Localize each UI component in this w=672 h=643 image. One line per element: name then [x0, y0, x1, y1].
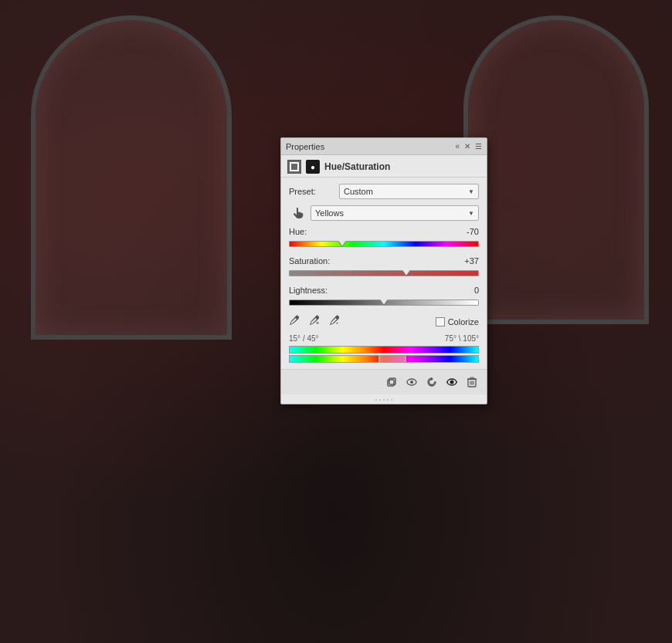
hue-label-row: Hue: -70 [289, 227, 479, 236]
lightness-track [289, 300, 479, 306]
arch-window-right [463, 15, 649, 324]
eyedropper-add-icon[interactable]: + [309, 315, 320, 328]
layer-icon-inner [290, 162, 299, 171]
preset-label: Preset: [289, 187, 339, 196]
arch-window-left [31, 15, 232, 340]
lightness-slider-container[interactable] [289, 296, 479, 309]
panel-header: ● Hue/Saturation [281, 155, 487, 178]
reset-button[interactable] [423, 374, 440, 391]
delete-button[interactable] [463, 374, 480, 391]
title-bar-right: « ✕ ☰ [455, 143, 482, 151]
range-label-right: 75° \ 105° [445, 334, 479, 343]
collapse-button[interactable]: « [455, 143, 460, 151]
toggle-visibility-button[interactable] [403, 374, 420, 391]
top-spectrum-bar [289, 346, 479, 354]
preset-dropdown[interactable]: Custom ▼ [339, 184, 479, 199]
menu-icon[interactable]: ☰ [475, 143, 482, 151]
saturation-slider-row: Saturation: +37 [289, 256, 479, 279]
eyedropper-subtract-icon[interactable]: - [329, 315, 340, 328]
lightness-value: 0 [456, 286, 479, 295]
adjustment-title: Hue/Saturation [324, 161, 390, 172]
colorize-checkbox[interactable] [436, 317, 445, 327]
range-indicator [378, 356, 407, 362]
hue-label: Hue: [289, 227, 307, 236]
svg-point-5 [410, 381, 413, 384]
colorize-label: Colorize [448, 317, 479, 327]
lightness-slider-row: Lightness: 0 [289, 286, 479, 309]
preset-dropdown-arrow: ▼ [468, 188, 474, 195]
svg-point-8 [450, 381, 454, 384]
lightness-label-row: Lightness: 0 [289, 286, 479, 295]
eyedropper-sample-icon[interactable] [289, 315, 300, 328]
clip-to-layer-button[interactable] [383, 374, 400, 391]
lightness-label: Lightness: [289, 286, 328, 295]
saturation-thumb [402, 270, 410, 276]
preview-button[interactable] [443, 374, 460, 391]
preset-value: Custom [344, 187, 373, 196]
channel-dropdown[interactable]: Yellows ▼ [311, 205, 479, 221]
range-labels: 15° / 45° 75° \ 105° [289, 334, 479, 343]
bottom-spectrum-bar-container [289, 355, 479, 363]
hue-slider-container[interactable] [289, 238, 479, 250]
lightness-thumb [380, 300, 388, 305]
svg-rect-13 [470, 377, 473, 379]
svg-rect-2 [388, 380, 394, 386]
properties-panel: Properties « ✕ ☰ ● Hue/Saturation Preset… [280, 137, 487, 404]
channel-row: Yellows ▼ [289, 204, 479, 222]
panel-title-bar: Properties « ✕ ☰ [281, 138, 487, 155]
eye-symbol: ● [311, 163, 315, 171]
panel-resize-handle[interactable]: • • • • • [281, 394, 487, 404]
bottom-spectrum-bar [289, 355, 479, 363]
saturation-label-row: Saturation: +37 [289, 256, 479, 266]
saturation-track [289, 270, 479, 276]
panel-toolbar [281, 369, 487, 394]
saturation-slider-container[interactable] [289, 267, 479, 279]
panel-title: Properties [286, 142, 324, 151]
hue-range-area [289, 346, 479, 363]
close-button[interactable]: ✕ [464, 143, 470, 151]
hue-slider-row: Hue: -70 [289, 227, 479, 250]
channel-dropdown-arrow: ▼ [468, 210, 474, 217]
hue-track [289, 241, 479, 247]
range-label-left: 15° / 45° [289, 334, 319, 343]
hue-value: -70 [456, 227, 479, 236]
saturation-label: Saturation: [289, 256, 330, 266]
eye-icon-button[interactable]: ● [306, 160, 320, 174]
adjustment-layer-icon [287, 160, 301, 174]
panel-body: Preset: Custom ▼ Yellows ▼ Hue: -70 [281, 178, 487, 369]
preset-row: Preset: Custom ▼ [289, 184, 479, 199]
svg-text:-: - [336, 319, 338, 326]
top-spectrum-bar-container [289, 346, 479, 354]
colorize-container: Colorize [436, 317, 479, 327]
channel-value: Yellows [315, 208, 344, 218]
title-bar-left: Properties [286, 142, 324, 151]
colorize-row: + - Colorize [289, 315, 479, 328]
svg-text:+: + [316, 320, 319, 326]
svg-rect-3 [389, 378, 395, 384]
hue-thumb [338, 241, 346, 246]
resize-dots: • • • • • [375, 396, 393, 403]
saturation-value: +37 [456, 256, 479, 266]
hand-tool-icon[interactable] [289, 204, 307, 222]
